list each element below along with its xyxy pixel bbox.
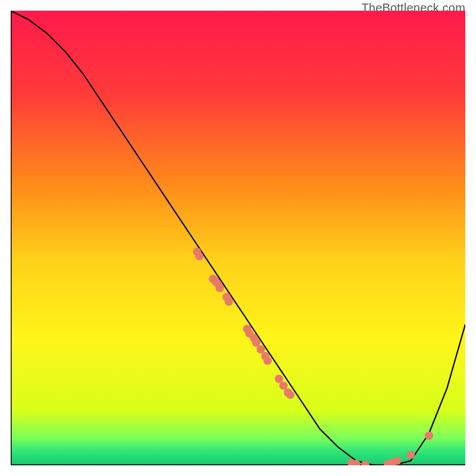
plot-area <box>11 11 465 465</box>
chart-container: TheBottleneck.com <box>0 0 476 476</box>
gradient-background <box>11 11 465 465</box>
svg-rect-0 <box>11 11 465 465</box>
